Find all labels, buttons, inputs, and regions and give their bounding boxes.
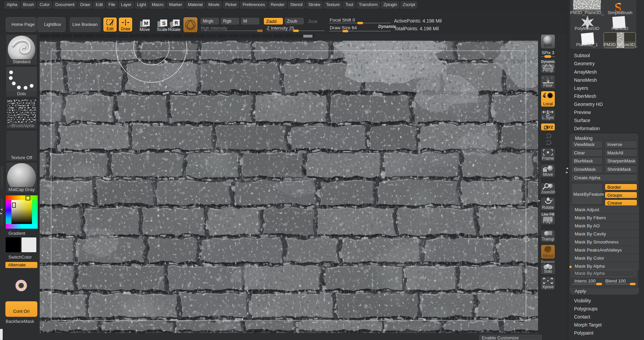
svg-text:Z: Z [549,142,551,145]
svg-text:M: M [144,20,148,26]
svg-text:XYZ: XYZ [546,125,553,129]
svg-text:R: R [175,20,178,26]
svg-text:Y: Y [549,135,551,138]
svg-text:S: S [162,20,166,26]
